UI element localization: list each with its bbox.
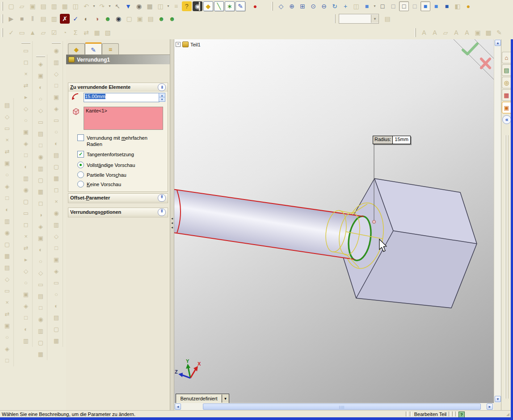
collapse-group-button[interactable]: ««	[158, 83, 166, 91]
insert-block-icon[interactable]: A	[451, 28, 461, 37]
surfaces-tool-25-icon[interactable]: ▢	[51, 324, 61, 334]
macro-edit-icon[interactable]: ▥	[49, 14, 59, 24]
sketch-point-icon[interactable]: ∗	[225, 1, 235, 11]
print-preview-icon[interactable]: ◫	[71, 1, 80, 11]
surfaces-tool-9-icon[interactable]: ◐	[51, 138, 61, 148]
surfaces-tool-7-icon[interactable]: ▭	[51, 115, 61, 125]
reference-geometry-tool-17-icon[interactable]: ▭	[2, 286, 12, 295]
features-tool-19-icon[interactable]: ◇	[36, 268, 46, 278]
model-canvas[interactable]: Y X Z	[174, 39, 494, 403]
zoom-to-area-icon[interactable]: ⊞	[298, 1, 307, 11]
zoom-to-fit-icon[interactable]: ⊕	[287, 1, 297, 11]
features-tool-18-icon[interactable]: ○	[36, 256, 46, 266]
collapse-task-pane[interactable]: «	[502, 115, 511, 124]
surfaces-tool-13-icon[interactable]: ◻	[51, 185, 61, 195]
edge-selection-list[interactable]: Kante<1>	[84, 107, 163, 130]
display-style-dropdown-icon[interactable]: ▼	[373, 4, 377, 8]
sketch-relations-tool-25-icon[interactable]: ◐	[21, 324, 31, 334]
full-preview-radio[interactable]: Vollständige Vorschau	[77, 162, 135, 168]
import-diagnostics-icon[interactable]: ◑	[92, 14, 102, 24]
schedule-icon[interactable]: ◔	[60, 28, 70, 37]
surfaces-tool-17-icon[interactable]: ◇	[51, 231, 61, 241]
sketch-relations-tool-12-icon[interactable]: ▥	[21, 173, 31, 183]
reference-geometry-tool-23-icon[interactable]: □	[2, 355, 12, 365]
featuremanager-design-tree-tab[interactable]: ◆	[68, 43, 85, 55]
pack-box-2-icon[interactable]: ▣	[135, 14, 145, 24]
spell-check-icon[interactable]: ✓	[6, 28, 16, 37]
image-area-icon[interactable]: ▱	[38, 28, 48, 37]
surfaces-tool-16-icon[interactable]: ▥	[51, 220, 61, 229]
reference-geometry-tool-5-icon[interactable]: ⇄	[2, 146, 12, 156]
view-orientation-icon[interactable]: ◇	[276, 1, 286, 11]
reference-geometry-tool-12-icon[interactable]: ◉	[2, 228, 12, 237]
features-tool-13-icon[interactable]: ◻	[36, 198, 46, 208]
reference-geometry-tool-1-icon[interactable]: ▤	[2, 100, 12, 110]
features-tool-6-icon[interactable]: ▭	[36, 117, 46, 127]
surfaces-tool-22-icon[interactable]: ○	[51, 289, 61, 299]
panel-splitter[interactable]: ◂◂◂	[170, 39, 174, 411]
selected-edge-item[interactable]: Kante<1>	[86, 108, 161, 113]
features-tool-16-icon[interactable]: ▣	[36, 233, 46, 243]
features-tool-15-icon[interactable]: ◈	[36, 221, 46, 231]
combo-dropdown-icon[interactable]: ▼	[371, 15, 378, 23]
features-tool-10-icon[interactable]: ▥	[36, 163, 46, 173]
expand-group-button[interactable]: ««	[158, 194, 166, 202]
print-icon[interactable]: ▦	[60, 1, 70, 11]
feature-statistics-icon[interactable]: ◐	[81, 14, 91, 24]
reference-geometry-tool-14-icon[interactable]: ▦	[2, 251, 12, 261]
layer-properties-icon[interactable]: ▤	[383, 14, 392, 24]
sketch-edit-icon[interactable]: ✎	[235, 1, 245, 11]
record-macro-icon[interactable]: ●	[250, 1, 260, 11]
surfaces-tool-24-icon[interactable]: ▤	[51, 312, 61, 322]
sketch-relations-tool-19-icon[interactable]: ▸	[21, 254, 31, 264]
toolbar-grip[interactable]	[2, 14, 3, 23]
features-tool-24-icon[interactable]: ▥	[36, 326, 46, 336]
features-tool-21-icon[interactable]: ▤	[36, 291, 46, 301]
multiple-radius-fillet-checkbox[interactable]: Verrundung mit mehrfachen Radien	[77, 134, 158, 148]
features-tool-23-icon[interactable]: ◉	[36, 314, 46, 324]
feature-tree-flyout[interactable]: + Teil1	[176, 42, 201, 47]
no-preview-radio[interactable]: Keine Vorschau	[77, 181, 121, 187]
surfaces-tool-19-icon[interactable]: ▣	[51, 254, 61, 264]
user-task-1-icon[interactable]: ☻	[103, 14, 113, 24]
features-tool-9-icon[interactable]: ◉	[36, 152, 46, 162]
features-tool-12-icon[interactable]: ▦	[36, 187, 46, 196]
grid-icon[interactable]: ▦	[145, 1, 155, 11]
undo-dropdown-icon[interactable]: ▼	[92, 4, 96, 8]
sketch-relations-tool-16-icon[interactable]: ◻	[21, 220, 31, 229]
shaded-no-edges-icon[interactable]: □	[410, 1, 420, 11]
check-active-document-icon[interactable]: ✓	[71, 14, 80, 24]
toolbox-tab[interactable]: ▦	[502, 89, 511, 101]
display-style-icon[interactable]: ■	[362, 1, 372, 11]
select-icon[interactable]: ↖	[113, 1, 122, 11]
vertical-scrollbar[interactable]: ▲ ▼	[494, 39, 501, 403]
surfaces-tool-20-icon[interactable]: ◈	[51, 266, 61, 276]
surfaces-tool-18-icon[interactable]: □	[51, 243, 61, 253]
toolbar-grip[interactable]	[199, 2, 200, 11]
design-table-icon[interactable]: ▦	[92, 28, 102, 37]
propertymanager-tab[interactable]: ✎	[85, 42, 102, 56]
surfaces-tool-5-icon[interactable]: ▣	[51, 92, 61, 102]
group-header[interactable]: Offset-Parameter ««	[68, 194, 168, 202]
macro-pause-icon[interactable]: ‖	[28, 14, 38, 24]
confirm-cancel-x-icon[interactable]	[481, 59, 490, 68]
sketch-relations-tool-1-icon[interactable]: ▭	[21, 46, 31, 55]
sketch-relations-tool-2-icon[interactable]: ◻	[21, 57, 31, 67]
open-block-icon[interactable]: ▱	[441, 28, 450, 37]
reference-geometry-tool-16-icon[interactable]: ◇	[2, 274, 12, 284]
radio-circle[interactable]	[77, 162, 84, 168]
sketch-relations-tool-26-icon[interactable]: ▥	[21, 336, 31, 345]
reference-geometry-tool-20-icon[interactable]: ▣	[2, 320, 12, 330]
sketch-relations-tool-18-icon[interactable]: ⇄	[21, 243, 31, 253]
reference-geometry-tool-11-icon[interactable]: ▥	[2, 216, 12, 226]
reference-geometry-tool-15-icon[interactable]: ▤	[2, 262, 12, 272]
redo-dropdown-icon[interactable]: ▼	[108, 4, 112, 8]
scroll-up-button[interactable]: ▲	[495, 40, 501, 46]
tree-expand-icon[interactable]: +	[176, 42, 181, 47]
quick-tips-help-icon[interactable]: ?	[458, 412, 465, 418]
reference-geometry-tool-2-icon[interactable]: ◇	[2, 112, 12, 121]
sketch-relations-tool-5-icon[interactable]: ▸	[21, 92, 31, 102]
design-checker-icon[interactable]: ☑	[49, 28, 59, 37]
reference-geometry-tool-3-icon[interactable]: ▭	[2, 123, 12, 133]
sketch-relations-tool-6-icon[interactable]: ◇	[21, 104, 31, 113]
